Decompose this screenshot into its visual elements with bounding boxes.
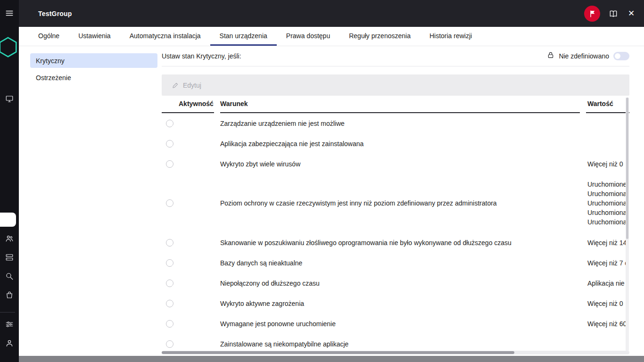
vertical-scrollbar-thumb[interactable] (626, 98, 628, 239)
horizontal-scrollbar[interactable] (162, 351, 629, 354)
tab-ustawienia[interactable]: Ustawienia (69, 27, 120, 46)
condition-heading: Ustaw stan Krytyczny, jeśli: (162, 52, 241, 60)
manual-book-icon[interactable] (609, 9, 618, 18)
value-text: Więcej niż 0 (586, 159, 629, 169)
column-header-activity: Aktywność (162, 100, 220, 113)
settings-tabbar: OgólneUstawieniaAutomatyczna instalacjaS… (19, 27, 644, 46)
column-header-condition: Warunek (220, 100, 586, 113)
row-select-radio[interactable] (166, 199, 173, 207)
condition-text: Zarządzanie urządzeniem nie jest możliwe (220, 120, 586, 127)
repositories-stack-icon[interactable] (5, 253, 14, 262)
row-select-radio[interactable] (166, 340, 173, 348)
search-icon[interactable] (5, 272, 14, 280)
horizontal-scrollbar-thumb[interactable] (162, 351, 514, 354)
condition-text: Wykryto zbyt wiele wirusów (220, 160, 586, 168)
app-sidebar (0, 0, 19, 362)
condition-text: Wymagane jest ponowne uruchomienie (220, 320, 586, 328)
tab-automatyczna-instalacja[interactable]: Automatyczna instalacja (120, 27, 210, 46)
table-row: Niepołączony od dłuższego czasuAplikacja… (162, 273, 629, 293)
table-row: Wymagane jest ponowne uruchomienieWięcej… (162, 313, 629, 334)
table-row: Aplikacja zabezpieczająca nie jest zains… (162, 133, 629, 154)
titlebar-actions: ✕ (584, 6, 644, 22)
value-text: Aplikacja nie ł (586, 279, 629, 288)
table-row: Poziom ochrony w czasie rzeczywistym jes… (162, 174, 629, 232)
conditions-table-header: Aktywność Warunek Wartość (162, 100, 629, 113)
not-defined-toggle[interactable] (613, 52, 629, 60)
conditions-table-body: Zarządzanie urządzeniem nie jest możliwe… (162, 113, 629, 354)
tab-prawa-dostępu[interactable]: Prawa dostępu (277, 27, 339, 46)
table-row: Wykryto aktywne zagrożeniaWięcej niż 0 (162, 293, 629, 313)
marketplace-bag-icon[interactable] (5, 291, 14, 299)
tab-historia-rewizji[interactable]: Historia rewizji (420, 27, 481, 46)
app-window: TestGroup ✕ OgólneUstawieniaAutomatyczna… (0, 0, 644, 362)
value-text: UruchomioneUruchomionaUruchomionaUruchom… (586, 180, 629, 227)
column-header-value: Wartość (586, 100, 629, 113)
group-title: TestGroup (38, 10, 72, 17)
users-icon[interactable] (5, 234, 14, 243)
status-item-krytyczny[interactable]: Krytyczny (30, 53, 157, 68)
status-list-panel: KrytycznyOstrzeżenie (19, 46, 162, 356)
selected-nav-indicator[interactable] (0, 213, 16, 227)
value-text: Więcej niż 0 (586, 299, 629, 308)
table-row: Wykryto zbyt wiele wirusówWięcej niż 0 (162, 154, 629, 174)
condition-text: Poziom ochrony w czasie rzeczywistym jes… (220, 199, 586, 207)
table-row: Bazy danych są nieaktualneWięcej niż 7 d (162, 253, 629, 273)
menu-icon[interactable] (5, 9, 14, 17)
condition-heading-row: Ustaw stan Krytyczny, jeśli: Nie zdefini… (162, 46, 629, 66)
account-person-icon[interactable] (5, 339, 14, 347)
tab-ogólne[interactable]: Ogólne (29, 27, 69, 46)
table-row: Skanowanie w poszukiwaniu złośliwego opr… (162, 232, 629, 253)
condition-text: Wykryto aktywne zagrożenia (220, 300, 586, 307)
value-text: Więcej niż 7 d (586, 258, 629, 268)
condition-text: Zainstalowane są niekompatybilne aplikac… (220, 340, 586, 348)
content-area: KrytycznyOstrzeżenie Ustaw stan Krytyczn… (19, 46, 644, 356)
table-toolbar: Edytuj (162, 74, 629, 96)
value-text: Więcej niż 14 (586, 238, 629, 247)
condition-text: Skanowanie w poszukiwaniu złośliwego opr… (220, 239, 586, 247)
kaspersky-logo-icon[interactable] (584, 6, 600, 22)
close-icon[interactable]: ✕ (627, 9, 636, 18)
condition-text: Bazy danych są nieaktualne (220, 259, 586, 267)
row-select-radio[interactable] (166, 300, 173, 307)
sidebar-divider (0, 312, 15, 313)
not-defined-label: Nie zdefiniowano (559, 52, 609, 60)
lock-icon (547, 51, 554, 61)
vertical-scrollbar[interactable] (626, 98, 629, 351)
edit-button[interactable]: Edytuj (172, 82, 201, 89)
kaspersky-hexagon-logo-icon (0, 35, 19, 59)
row-select-radio[interactable] (166, 160, 173, 168)
not-defined-control: Nie zdefiniowano (547, 51, 629, 61)
tab-stan-urządzenia[interactable]: Stan urządzenia (210, 27, 277, 46)
condition-text: Aplikacja zabezpieczająca nie jest zains… (220, 140, 586, 148)
edit-button-label: Edytuj (183, 82, 201, 89)
device-status-settings: Ustaw stan Krytyczny, jeśli: Nie zdefini… (162, 46, 629, 356)
window-titlebar: TestGroup ✕ (19, 0, 644, 27)
monitoring-monitor-icon[interactable] (5, 95, 14, 103)
value-text: Więcej niż 60 (586, 319, 629, 329)
condition-text: Niepołączony od dłuższego czasu (220, 280, 586, 287)
status-item-ostrzeżenie[interactable]: Ostrzeżenie (30, 70, 157, 85)
console-settings-sliders-icon[interactable] (5, 320, 14, 329)
table-row: Zarządzanie urządzeniem nie jest możliwe (162, 113, 629, 133)
window-bottom-strip (19, 356, 644, 362)
tab-reguły-przenoszenia[interactable]: Reguły przenoszenia (339, 27, 420, 46)
